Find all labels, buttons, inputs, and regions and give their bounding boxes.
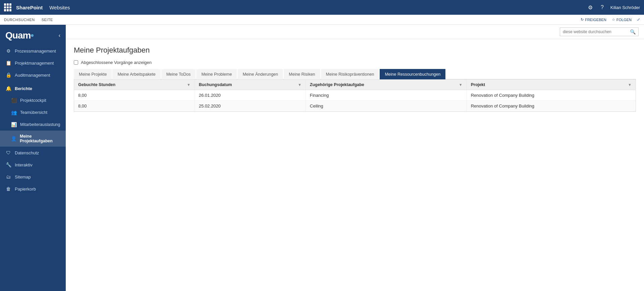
filter-icon-gebuchte-stunden[interactable]: ▼ xyxy=(187,83,191,87)
tab-meine-arbeitspakete[interactable]: Meine Arbeitspakete xyxy=(112,69,160,79)
table-row: 8,00 25.02.2020 Ceiling Renovation of Co… xyxy=(74,101,636,112)
table-body: 8,00 26.01.2020 Financing Renovation of … xyxy=(74,90,636,112)
auditmanagement-icon: 🔒 xyxy=(5,72,11,78)
tab-meine-todos[interactable]: Meine ToDos xyxy=(161,69,196,79)
sidebar-label-datenschutz: Datenschutz xyxy=(15,150,39,155)
tabs-container: Meine Projekte Meine Arbeitspakete Meine… xyxy=(74,69,636,79)
abgeschlossene-label[interactable]: Abgeschlossene Vorgänge anzeigen xyxy=(81,60,152,65)
sidebar-item-meine-projektaufgaben[interactable]: 👤 Meine Projektaufgaben xyxy=(0,131,66,147)
settings-icon[interactable]: ⚙ xyxy=(587,3,594,12)
ribbon-folgen[interactable]: ☆ FOLGEN xyxy=(612,17,632,22)
sidebar-collapse-button[interactable]: ‹ xyxy=(59,32,60,39)
sidebar-item-datenschutz[interactable]: 🛡 Datenschutz xyxy=(0,147,66,159)
ribbon-freigeben[interactable]: ↻ FREIGEBEN xyxy=(581,17,606,22)
app-grid-icon[interactable] xyxy=(4,3,12,11)
sidebar-label-papierkorb: Papierkorb xyxy=(15,187,36,192)
projektmanagement-icon: 📋 xyxy=(5,60,11,66)
cell-buchungsdatum: 26.01.2020 xyxy=(195,90,306,101)
cell-projektaufgabe: Financing xyxy=(306,90,467,101)
ressourcenbuchungen-table: Gebuchte Stunden ▼ Buchungsdatum ▼ xyxy=(74,80,636,112)
teamuebersicht-icon: 👥 xyxy=(11,110,17,115)
sidebar-label-interaktiv: Interaktiv xyxy=(15,162,33,167)
tab-meine-risikopraventionen[interactable]: Meine Risikopräventionen xyxy=(321,69,379,79)
sharepoint-brand: SharePoint xyxy=(16,5,43,10)
page-title: Meine Projektaufgaben xyxy=(74,46,636,55)
top-nav-right: ⚙ ? Kilian Schröder xyxy=(587,3,640,12)
table-scroll[interactable]: Gebuchte Stunden ▼ Buchungsdatum ▼ xyxy=(74,80,636,112)
star-icon: ☆ xyxy=(612,17,615,22)
ribbon-right-actions: ↻ FREIGEBEN ☆ FOLGEN ⤢ xyxy=(581,17,640,22)
sidebar-nav: ⚙ Prozessmanagement 📋 Projektmanagement … xyxy=(0,45,66,291)
sidebar-label-teamuebersicht: Teamübersicht xyxy=(20,110,47,115)
main-content: 🔍 Meine Projektaufgaben Abgeschlossene V… xyxy=(66,25,644,291)
user-name[interactable]: Kilian Schröder xyxy=(610,5,640,10)
sidebar-label-projektmanagement: Projektmanagement xyxy=(15,61,54,66)
page-content: Meine Projektaufgaben Abgeschlossene Vor… xyxy=(66,39,644,119)
filter-icon-projekt[interactable]: ▼ xyxy=(628,83,632,87)
sidebar-logo-area: Quam• ‹ xyxy=(0,25,66,45)
table-header-row: Gebuchte Stunden ▼ Buchungsdatum ▼ xyxy=(74,80,636,90)
help-icon[interactable]: ? xyxy=(599,3,605,12)
cell-buchungsdatum: 25.02.2020 xyxy=(195,101,306,112)
interaktiv-icon: 🔧 xyxy=(5,162,11,167)
search-button[interactable]: 🔍 xyxy=(627,28,638,36)
berichte-icon: 🔔 xyxy=(5,86,11,91)
prozessmanagement-icon: ⚙ xyxy=(5,48,11,54)
sidebar-label-projektcockpit: Projektcockpit xyxy=(20,98,46,103)
ribbon-fullscreen[interactable]: ⤢ xyxy=(637,17,640,22)
sidebar-label-mitarbeiterauslastung: Mitarbeiterauslastung xyxy=(20,122,60,127)
cell-projektaufgabe: Ceiling xyxy=(306,101,467,112)
tab-meine-risiken[interactable]: Meine Risiken xyxy=(284,69,320,79)
projektcockpit-icon: ⬛ xyxy=(11,98,17,103)
table-wrap: Gebuchte Stunden ▼ Buchungsdatum ▼ xyxy=(74,79,636,112)
tab-meine-probleme[interactable]: Meine Probleme xyxy=(196,69,237,79)
filter-icon-buchungsdatum[interactable]: ▼ xyxy=(298,83,302,87)
refresh-icon: ↻ xyxy=(581,17,584,22)
sidebar-item-berichte[interactable]: 🔔 Berichte xyxy=(0,82,66,94)
sidebar-label-auditmanagement: Auditmanagement xyxy=(15,73,50,78)
cell-projekt: Renovation of Company Building xyxy=(467,101,636,112)
sitemap-icon: 🗂 xyxy=(5,174,11,179)
search-input[interactable] xyxy=(560,28,627,35)
page-layout: Quam• ‹ ⚙ Prozessmanagement 📋 Projektman… xyxy=(0,25,644,291)
nav-section: Websites xyxy=(49,5,70,10)
search-bar: 🔍 xyxy=(66,25,644,39)
top-navigation: SharePoint Websites ⚙ ? Kilian Schröder xyxy=(0,0,644,15)
sidebar-item-prozessmanagement[interactable]: ⚙ Prozessmanagement xyxy=(0,45,66,57)
col-zugehoerige-projektaufgabe: Zugehörige Projektaufgabe ▼ xyxy=(306,80,467,90)
sidebar-item-mitarbeiterauslastung[interactable]: 📊 Mitarbeiterauslastung xyxy=(0,119,66,131)
cell-projekt: Renovation of Company Building xyxy=(467,90,636,101)
meine-projektaufgaben-icon: 👤 xyxy=(11,136,16,141)
datenschutz-icon: 🛡 xyxy=(5,150,11,155)
sidebar-item-auditmanagement[interactable]: 🔒 Auditmanagement xyxy=(0,69,66,81)
sidebar-item-sitemap[interactable]: 🗂 Sitemap xyxy=(0,171,66,183)
sidebar-label-sitemap: Sitemap xyxy=(15,174,31,179)
search-input-wrap: 🔍 xyxy=(560,27,639,36)
sidebar-item-teamuebersicht[interactable]: 👥 Teamübersicht xyxy=(0,106,66,119)
col-buchungsdatum: Buchungsdatum ▼ xyxy=(195,80,306,90)
ribbon-seite[interactable]: SEITE xyxy=(42,18,53,22)
tab-meine-projekte[interactable]: Meine Projekte xyxy=(74,69,112,79)
col-projekt: Projekt ▼ xyxy=(467,80,636,90)
checkbox-row: Abgeschlossene Vorgänge anzeigen xyxy=(74,60,636,65)
sidebar-item-papierkorb[interactable]: 🗑 Papierkorb xyxy=(0,183,66,195)
mitarbeiterauslastung-icon: 📊 xyxy=(11,122,17,127)
cell-gebuchte-stunden: 8,00 xyxy=(74,101,195,112)
sidebar-label-meine-projektaufgaben: Meine Projektaufgaben xyxy=(20,134,60,143)
tab-meine-aenderungen[interactable]: Meine Änderungen xyxy=(237,69,283,79)
col-gebuchte-stunden: Gebuchte Stunden ▼ xyxy=(74,80,195,90)
sidebar-item-interaktiv[interactable]: 🔧 Interaktiv xyxy=(0,159,66,171)
sidebar-label-berichte: Berichte xyxy=(15,86,32,91)
ribbon-durchsuchen[interactable]: DURCHSUCHEN xyxy=(4,18,35,22)
papierkorb-icon: 🗑 xyxy=(5,186,11,192)
ribbon: DURCHSUCHEN SEITE ↻ FREIGEBEN ☆ FOLGEN ⤢ xyxy=(0,15,644,25)
logo-text: Quam• xyxy=(5,30,34,41)
abgeschlossene-checkbox[interactable] xyxy=(74,60,78,65)
sidebar-label-prozessmanagement: Prozessmanagement xyxy=(15,49,56,54)
sidebar-item-projektmanagement[interactable]: 📋 Projektmanagement xyxy=(0,57,66,69)
table-row: 8,00 26.01.2020 Financing Renovation of … xyxy=(74,90,636,101)
cell-gebuchte-stunden: 8,00 xyxy=(74,90,195,101)
tab-meine-ressourcenbuchungen[interactable]: Meine Ressourcenbuchungen xyxy=(380,69,445,79)
filter-icon-projektaufgabe[interactable]: ▼ xyxy=(459,83,463,87)
sidebar-item-projektcockpit[interactable]: ⬛ Projektcockpit xyxy=(0,94,66,106)
